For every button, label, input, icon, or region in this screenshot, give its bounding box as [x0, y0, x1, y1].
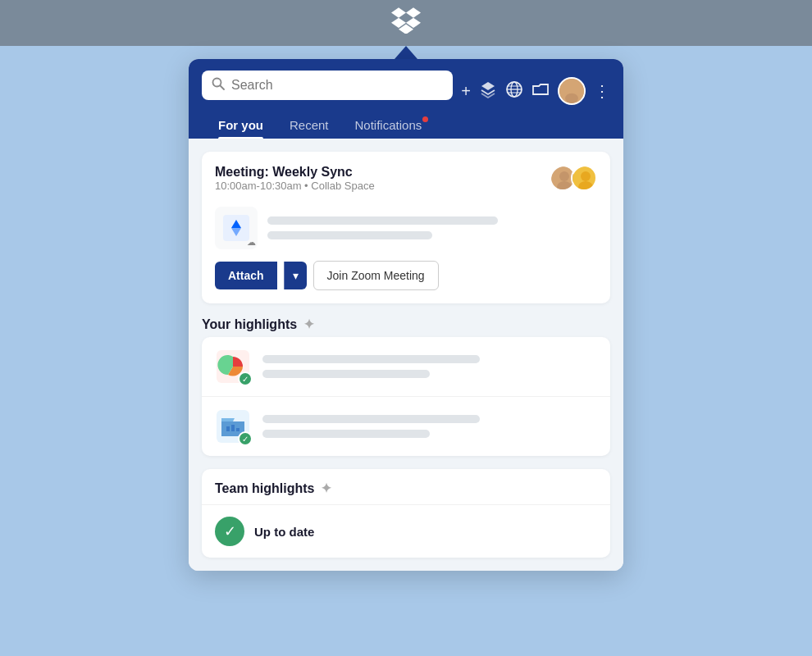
- highlight-lines-2: [262, 415, 597, 438]
- highlights-list: ✓: [202, 337, 610, 456]
- meeting-title: Meeting: Weekly Sync: [215, 165, 375, 180]
- file-icon-wrap: ☁: [215, 207, 258, 249]
- your-highlights-section: Your highlights ✦ ✓: [202, 317, 610, 456]
- svg-point-11: [559, 171, 569, 181]
- file-preview: ☁: [215, 207, 597, 249]
- notification-badge: [422, 116, 428, 122]
- highlight-file-icon-1: ✓: [215, 348, 251, 385]
- file-line-2: [267, 231, 432, 239]
- join-zoom-button[interactable]: Join Zoom Meeting: [313, 261, 439, 290]
- more-options-icon[interactable]: ⋮: [594, 81, 610, 101]
- uptodate-row: ✓ Up to date: [202, 505, 610, 558]
- meeting-actions: Attach ▾ Join Zoom Meeting: [215, 261, 597, 290]
- popup-arrow: [395, 46, 417, 59]
- cloud-badge: ☁: [247, 237, 256, 248]
- h-line-1a: [262, 355, 480, 363]
- top-bar: [0, 0, 812, 46]
- layers-icon[interactable]: [479, 80, 497, 102]
- team-highlights-label: Team highlights ✦: [215, 481, 597, 496]
- svg-point-14: [581, 171, 591, 181]
- team-highlights-section: Team highlights ✦ ✓ Up to date: [202, 469, 610, 558]
- uptodate-text: Up to date: [254, 525, 314, 539]
- highlight-lines-1: [262, 355, 597, 378]
- svg-point-9: [565, 93, 578, 103]
- meeting-header: Meeting: Weekly Sync 10:00am-10:30am • C…: [215, 165, 597, 203]
- green-check-2: ✓: [238, 431, 253, 446]
- team-highlights-label-row: Team highlights ✦: [202, 469, 610, 505]
- file-lines: [267, 216, 597, 239]
- attendee-avatar-2: [571, 165, 597, 191]
- popup-container: +: [189, 59, 623, 571]
- highlight-file-icon-2: ✓: [215, 408, 251, 444]
- dropbox-logo: [391, 7, 421, 39]
- highlight-item-2[interactable]: ✓: [202, 397, 610, 456]
- popup-header: +: [189, 59, 623, 139]
- svg-line-1: [221, 86, 225, 90]
- meeting-time: 10:00am-10:30am • Collab Space: [215, 180, 375, 192]
- svg-rect-19: [226, 426, 230, 431]
- green-check-1: ✓: [238, 371, 253, 386]
- user-avatar[interactable]: [558, 77, 586, 105]
- tab-recent[interactable]: Recent: [276, 112, 342, 139]
- attach-dropdown-button[interactable]: ▾: [284, 262, 307, 289]
- sparkle-icon: ✦: [303, 317, 314, 332]
- svg-rect-21: [236, 428, 239, 431]
- tab-notifications[interactable]: Notifications: [342, 112, 436, 139]
- popup-body: Meeting: Weekly Sync 10:00am-10:30am • C…: [189, 139, 623, 571]
- search-input[interactable]: [231, 78, 443, 93]
- search-icon: [212, 77, 225, 93]
- team-sparkle-icon: ✦: [321, 481, 331, 496]
- search-bar[interactable]: [202, 71, 453, 100]
- your-highlights-label: Your highlights ✦: [202, 317, 610, 337]
- globe-icon[interactable]: [505, 80, 523, 102]
- file-line-1: [267, 216, 498, 225]
- meeting-card: Meeting: Weekly Sync 10:00am-10:30am • C…: [202, 152, 610, 303]
- uptodate-check-icon: ✓: [215, 517, 244, 546]
- add-icon[interactable]: +: [461, 82, 471, 101]
- meeting-avatars: [550, 165, 597, 191]
- h-line-1b: [262, 370, 430, 378]
- attach-button[interactable]: Attach: [215, 262, 277, 289]
- h-line-2a: [262, 415, 480, 423]
- highlight-item-1[interactable]: ✓: [202, 337, 610, 397]
- svg-rect-20: [231, 425, 235, 431]
- tab-for-you[interactable]: For you: [205, 112, 276, 139]
- h-line-2b: [262, 430, 430, 438]
- folder-icon[interactable]: [531, 80, 550, 102]
- nav-tabs: For you Recent Notifications: [202, 112, 610, 139]
